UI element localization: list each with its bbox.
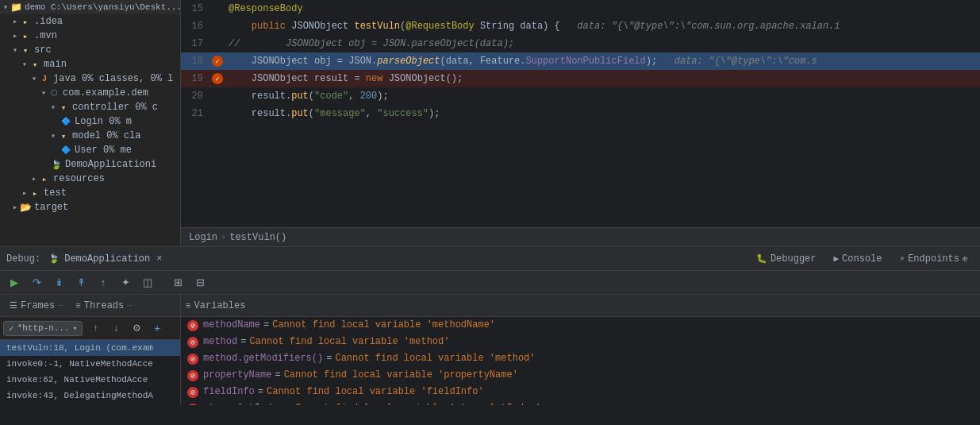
tab-endpoints[interactable]: ⚡ Endpoints ⊕ (894, 250, 974, 268)
var-name: _transletIndex (203, 403, 283, 405)
table-view-button[interactable]: ⊞ (168, 274, 187, 292)
sidebar-item-package[interactable]: ⬡ com.example.dem (0, 86, 180, 100)
thread-filter-button[interactable]: ⚙ (127, 319, 146, 337)
step-out-button[interactable]: ↟ (71, 274, 90, 292)
breakpoint-area: ✓ (209, 56, 225, 67)
line-number: 17 (181, 38, 209, 49)
sidebar-item-java[interactable]: J java 0% classes, 0% l (0, 71, 180, 86)
frame-item-4[interactable]: invoke:498, Method (java.lang (0, 404, 180, 405)
arrow-icon (41, 88, 46, 98)
var-value: Cannot find local variable '_transletInd… (295, 403, 541, 405)
sidebar-item-label: java 0% classes, 0% l (53, 73, 173, 84)
sidebar-item-resources[interactable]: ▸ resources (0, 172, 180, 186)
var-equals: = (263, 319, 269, 330)
code-line-16: 16 public JSONObject testVuln(@RequestBo… (181, 17, 980, 35)
tab-debugger[interactable]: 🐛 Debugger (750, 250, 823, 268)
force-step-button[interactable]: ◫ (138, 274, 157, 292)
sidebar-item-mvn[interactable]: ▸ .mvn (0, 29, 180, 43)
debugger-icon: 🐛 (756, 253, 767, 264)
var-value: Cannot find local variable 'propertyName… (284, 369, 518, 381)
frames-arrow: → (58, 301, 63, 310)
evaluate-button[interactable]: ✦ (116, 274, 135, 292)
debug-label: Debug: (6, 253, 40, 265)
var-item-3: ⊘ propertyName = Cannot find local varia… (181, 367, 980, 384)
var-item-5: ⊘ _transletIndex = Cannot find local var… (181, 400, 980, 405)
sidebar-item-main[interactable]: ▾ main (0, 57, 180, 71)
breadcrumb-login[interactable]: Login (189, 232, 217, 243)
sidebar-item-demoapplication[interactable]: 🍃 DemoApplicationi (0, 157, 180, 172)
var-value: Cannot find local variable 'method' (335, 353, 535, 364)
thread-dropdown[interactable]: ✓ *http-n... ▾ (3, 321, 83, 336)
debug-content: ☰ Frames → ≡ Threads → ✓ *http-n... (0, 295, 980, 405)
arrow-icon (32, 174, 37, 184)
step-over-button[interactable]: ↷ (27, 274, 46, 292)
breadcrumb-separator: › (221, 232, 226, 243)
arrow-icon (3, 2, 8, 12)
code-line-19: 19 ✓ JSONObject result = new JSONObject(… (181, 70, 980, 87)
folder-icon: ▾ (20, 44, 31, 56)
folder-icon: ▸ (29, 187, 40, 199)
sidebar-item-model[interactable]: ▾ model 0% cla (0, 129, 180, 143)
line-number: 19 (181, 73, 209, 84)
debug-app-name[interactable]: DemoApplication (64, 253, 150, 265)
main-layout: 📁 demo C:\Users\yansiyu\Deskt... ▸ .idea… (0, 0, 980, 425)
close-tab-icon[interactable]: × (156, 253, 162, 265)
thread-add-button[interactable]: + (148, 319, 167, 337)
sidebar-item-controller[interactable]: ▾ controller 0% c (0, 100, 180, 114)
tab-endpoints-label: Endpoints (908, 253, 959, 265)
sidebar-item-label: src (34, 44, 52, 56)
resume-button[interactable]: ▶ (5, 274, 24, 292)
error-icon: ⊘ (187, 404, 198, 405)
arrow-icon (51, 131, 56, 141)
frame-item-2[interactable]: invoke:62, NativeMethodAcce (0, 372, 180, 388)
frame-item-0[interactable]: testVuln:18, Login (com.exam (0, 340, 180, 356)
variables-label: Variables (194, 300, 246, 311)
run-to-cursor-button[interactable]: ↑ (94, 274, 113, 292)
var-equals: = (240, 336, 246, 347)
sidebar-item-user[interactable]: 🔷 User 0% me (0, 143, 180, 157)
sidebar-item-label: main (44, 59, 67, 70)
java-icon: J (39, 73, 50, 84)
breadcrumb-method[interactable]: testVuln() (229, 232, 286, 243)
code-line-20: 20 result.put("code", 200); (181, 87, 980, 105)
frame-item-1[interactable]: invoke0:-1, NativeMethodAcce (0, 356, 180, 372)
breakpoint-area: ✓ (209, 73, 225, 84)
arrow-icon (13, 17, 17, 26)
thread-down-button[interactable]: ↓ (106, 319, 125, 337)
var-equals: = (286, 403, 292, 405)
var-name: method.getModifiers() (203, 353, 323, 364)
sidebar-item-login[interactable]: 🔷 Login 0% m (0, 114, 180, 129)
package-icon: ⬡ (48, 87, 60, 99)
breadcrumb: Login › testVuln() (181, 227, 980, 246)
error-icon: ⊘ (187, 370, 198, 381)
thread-up-button[interactable]: ↑ (86, 319, 105, 337)
tab-console[interactable]: ▶ Console (827, 250, 888, 268)
sidebar-item-test[interactable]: ▸ test (0, 186, 180, 200)
line-number: 16 (181, 21, 209, 32)
frames-panel: ☰ Frames → ≡ Threads → ✓ *http-n... (0, 295, 181, 405)
var-name: propertyName (203, 369, 271, 381)
project-icon: 📁 (10, 2, 21, 13)
sidebar-item-label: com.example.dem (63, 87, 148, 99)
sidebar-item-label: DemoApplicationi (65, 159, 156, 170)
threads-arrow: → (127, 301, 132, 310)
var-value: Cannot find local variable 'method' (249, 336, 449, 347)
tab-console-label: Console (842, 253, 882, 265)
list-view-button[interactable]: ⊟ (190, 274, 209, 292)
sidebar-item-idea[interactable]: ▸ .idea (0, 14, 180, 29)
sidebar-item-label: controller 0% c (72, 102, 158, 113)
line-number: 15 (181, 3, 209, 14)
var-item-4: ⊘ fieldInfo = Cannot find local variable… (181, 384, 980, 400)
sidebar-item-project[interactable]: 📁 demo C:\Users\yansiyu\Deskt... (0, 0, 180, 14)
tab-frames[interactable]: ☰ Frames → (5, 297, 67, 315)
line-number: 20 (181, 91, 209, 102)
tab-threads[interactable]: ≡ Threads → (71, 297, 136, 315)
frame-item-3[interactable]: invoke:43, DelegatingMethodA (0, 388, 180, 404)
step-into-button[interactable]: ↡ (49, 274, 68, 292)
code-text: public JSONObject testVuln(@RequestBody … (225, 17, 840, 35)
sidebar-item-src[interactable]: ▾ src (0, 43, 180, 57)
arrow-icon (51, 102, 56, 112)
var-item-1: ⊘ method = Cannot find local variable 'm… (181, 334, 980, 350)
debug-toolbar: ▶ ↷ ↡ ↟ ↑ ✦ ◫ ⊞ ⊟ (0, 271, 980, 295)
sidebar-item-target[interactable]: 📂 target (0, 200, 180, 214)
